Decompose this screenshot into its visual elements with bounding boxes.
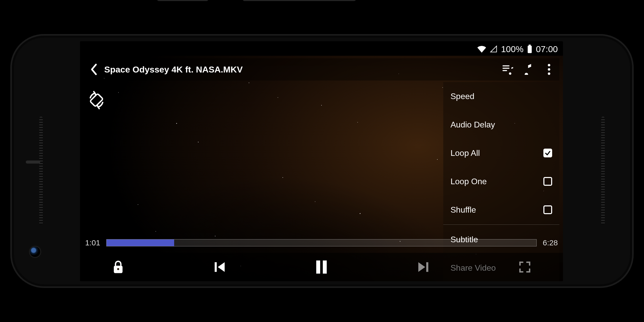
svg-rect-13 [323,261,327,274]
progress-row: 1:01 6:28 [85,238,558,247]
audio-track-button[interactable] [518,58,539,81]
rotate-screen-button[interactable] [84,88,109,112]
menu-item-loop-one[interactable]: Loop One [443,167,559,196]
menu-item-checkbox[interactable] [543,205,552,214]
hw-volume-button [243,0,356,1]
next-track-button[interactable] [411,255,436,279]
total-time: 6:28 [543,238,558,247]
fullscreen-button[interactable] [512,255,537,279]
svg-rect-12 [316,261,320,274]
svg-rect-1 [529,45,531,46]
proximity-sensor [26,160,40,164]
wifi-icon [477,45,486,53]
back-button[interactable] [84,58,104,81]
svg-rect-11 [215,262,217,272]
menu-divider [443,224,559,225]
player-title-bar: Space Odyssey 4K ft. NASA.MKV [84,58,559,81]
svg-rect-0 [528,46,532,53]
previous-track-button[interactable] [207,255,232,279]
battery-icon [527,45,532,53]
elapsed-time: 1:01 [85,238,100,247]
menu-item-checkbox[interactable] [543,149,552,157]
svg-point-7 [548,73,550,75]
battery-percent: 100% [501,44,524,54]
seek-bar-fill [107,239,174,246]
svg-point-10 [117,268,119,270]
svg-rect-14 [426,262,428,272]
lock-controls-button[interactable] [106,255,131,279]
playlist-button[interactable] [497,58,518,81]
more-options-button[interactable] [539,58,559,81]
cellular-icon [490,45,497,53]
menu-item-speed[interactable]: Speed [443,82,559,110]
status-bar: 100% 07:00 [477,43,558,55]
video-title: Space Odyssey 4K ft. NASA.MKV [104,65,243,75]
menu-item-label: Loop All [450,148,480,158]
play-pause-button[interactable] [309,255,334,279]
menu-item-label: Audio Delay [450,120,495,130]
menu-item-audio-delay[interactable]: Audio Delay [443,110,559,139]
menu-item-checkbox[interactable] [543,177,552,186]
svg-point-5 [548,64,550,67]
stage: 100% 07:00 Space Odyssey 4K ft. NASA.MKV [0,0,644,322]
svg-point-6 [548,68,550,71]
menu-item-label: Shuffle [450,205,476,215]
phone-frame: 100% 07:00 Space Odyssey 4K ft. NASA.MKV [10,34,634,288]
menu-item-label: Speed [450,92,474,101]
menu-item-loop-all[interactable]: Loop All [443,139,559,167]
menu-item-label: Loop One [450,177,487,186]
menu-item-shuffle[interactable]: Shuffle [443,196,559,224]
options-menu: SpeedAudio DelayLoop AllLoop OneShuffleS… [443,82,559,281]
seek-bar[interactable] [106,239,536,246]
transport-bar [80,253,563,281]
screen: 100% 07:00 Space Odyssey 4K ft. NASA.MKV [80,41,563,281]
speaker-grille-left [39,117,43,225]
clock: 07:00 [536,44,558,54]
speaker-grille-right [601,117,605,225]
front-camera [29,246,41,258]
hw-power-button [157,0,208,1]
